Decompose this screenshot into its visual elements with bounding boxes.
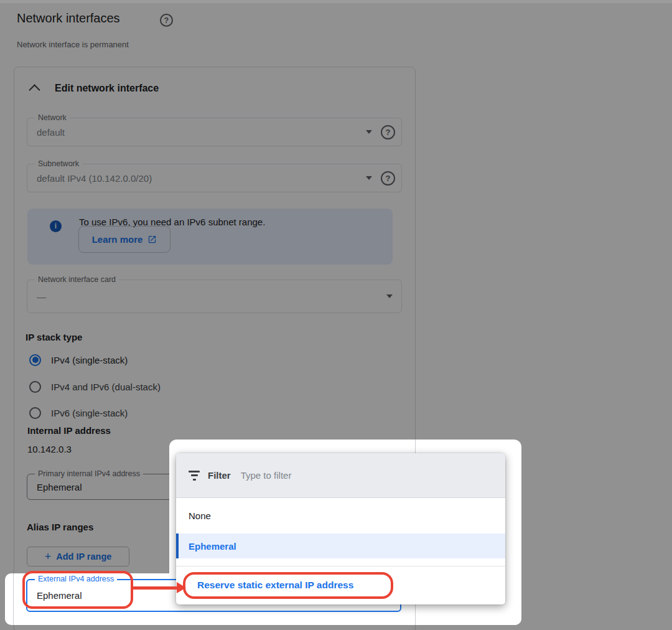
annotation-box-external-field	[22, 571, 133, 609]
filter-input[interactable]	[240, 469, 493, 481]
annotation-box-reserve-action	[183, 572, 393, 599]
filter-label: Filter	[208, 470, 231, 481]
card-border-remnant-left	[13, 573, 14, 625]
filter-icon	[189, 471, 200, 481]
annotation-arrow-line	[133, 586, 179, 590]
dropdown-filter-bar[interactable]: Filter	[176, 453, 505, 498]
dropdown-option-ephemeral[interactable]: Ephemeral	[176, 534, 505, 558]
dropdown-option-none[interactable]: None	[176, 498, 505, 534]
top-edge-strip	[0, 0, 672, 3]
network-interfaces-screen: Network interfaces ? Network interface i…	[0, 0, 672, 630]
